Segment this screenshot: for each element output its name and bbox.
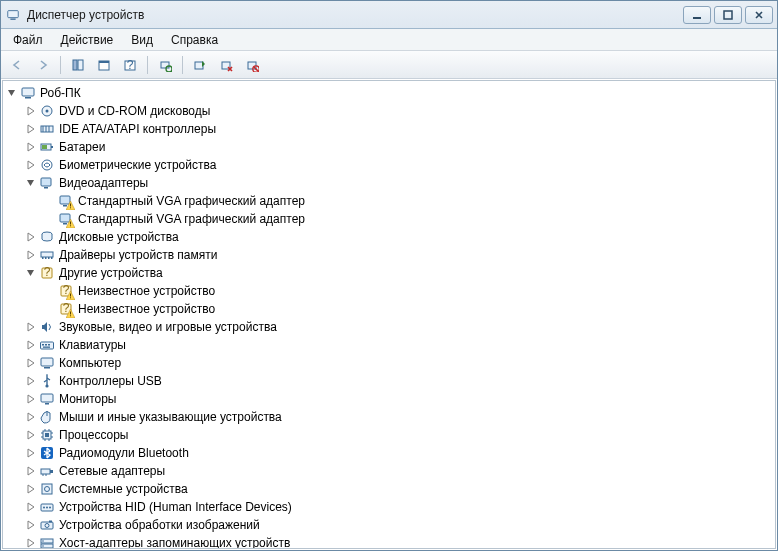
tree-item[interactable]: Мониторы [24,390,773,408]
tree-item[interactable]: Компьютер [24,354,773,372]
uninstall-button[interactable] [214,54,238,76]
expand-toggle[interactable] [24,428,38,442]
tree-item-label: Радиомодули Bluetooth [59,446,189,460]
svg-rect-57 [45,344,47,346]
expand-toggle[interactable] [24,392,38,406]
tree-item[interactable]: Клавиатуры [24,336,773,354]
svg-rect-30 [44,187,48,189]
biometric-icon [39,157,55,173]
menu-view[interactable]: Вид [123,31,161,49]
expand-toggle[interactable] [24,536,38,549]
sound-icon [39,319,55,335]
bluetooth-icon [39,445,55,461]
hid-icon [39,499,55,515]
svg-rect-42 [45,257,47,259]
monitor-icon [39,391,55,407]
minimize-button[interactable] [683,6,711,24]
expand-toggle[interactable] [24,248,38,262]
expand-toggle[interactable] [24,410,38,424]
tree-item[interactable]: Видеоадаптеры [24,174,773,192]
help-button[interactable]: ? [118,54,142,76]
svg-rect-27 [42,145,47,149]
tree-item[interactable]: Процессоры [24,426,773,444]
tree-item[interactable]: ?Другие устройства [24,264,773,282]
imaging-icon [39,517,55,533]
system-device-icon [39,481,55,497]
tree-item[interactable]: Стандартный VGA графический адаптер [43,210,773,228]
scan-hardware-button[interactable] [153,54,177,76]
tree-item[interactable]: ?Неизвестное устройство [43,300,773,318]
tree-item[interactable]: Радиомодули Bluetooth [24,444,773,462]
disable-button[interactable] [240,54,264,76]
tree-scroll[interactable]: Роб-ПКDVD и CD-ROM дисководыIDE ATA/ATAP… [2,80,776,549]
tree-item[interactable]: Биометрические устройства [24,156,773,174]
menu-action[interactable]: Действие [53,31,122,49]
tree-item[interactable]: Дисковые устройства [24,228,773,246]
tree-item[interactable]: Контроллеры USB [24,372,773,390]
tree-item[interactable]: ?Неизвестное устройство [43,282,773,300]
usb-icon [39,373,55,389]
expand-toggle[interactable] [24,356,38,370]
svg-rect-44 [51,257,53,259]
back-button[interactable] [5,54,29,76]
tree-item[interactable]: IDE ATA/ATAPI контроллеры [24,120,773,138]
tree-item-label: Биометрические устройства [59,158,216,172]
expand-toggle[interactable] [24,464,38,478]
tree-item-label: Стандартный VGA графический адаптер [78,212,305,226]
expand-toggle[interactable] [24,518,38,532]
svg-rect-1 [10,18,15,19]
cpu-icon [39,427,55,443]
collapse-toggle[interactable] [24,266,38,280]
warning-badge-icon [66,309,75,318]
svg-rect-5 [78,60,83,70]
svg-rect-67 [45,433,49,437]
tree-item[interactable]: Батареи [24,138,773,156]
update-driver-button[interactable] [188,54,212,76]
tree-item[interactable]: Сетевые адаптеры [24,462,773,480]
collapse-toggle[interactable] [5,86,19,100]
svg-rect-18 [25,97,31,99]
device-manager-window: Диспетчер устройств Файл Действие Вид Сп… [0,0,778,551]
expand-toggle[interactable] [24,140,38,154]
expand-toggle[interactable] [24,320,38,334]
collapse-toggle[interactable] [24,176,38,190]
expand-toggle[interactable] [24,338,38,352]
tree-item[interactable]: Системные устройства [24,480,773,498]
maximize-button[interactable] [714,6,742,24]
expand-toggle[interactable] [24,122,38,136]
tree-item[interactable]: Устройства HID (Human Interface Devices) [24,498,773,516]
show-hide-tree-button[interactable] [66,54,90,76]
menu-help[interactable]: Справка [163,31,226,49]
expand-toggle[interactable] [24,374,38,388]
svg-rect-0 [8,10,19,17]
svg-rect-7 [99,61,109,63]
tree-item[interactable]: DVD и CD-ROM дисководы [24,102,773,120]
svg-rect-50 [70,297,71,298]
expand-toggle[interactable] [24,158,38,172]
tree-item[interactable]: Устройства обработки изображений [24,516,773,534]
tree-item-label: Драйверы устройств памяти [59,248,217,262]
expand-toggle[interactable] [24,230,38,244]
tree-item-label: Неизвестное устройство [78,284,215,298]
tree-item-label: Контроллеры USB [59,374,162,388]
expand-toggle[interactable] [24,500,38,514]
tree-item-label: Устройства HID (Human Interface Devices) [59,500,292,514]
svg-rect-33 [70,204,71,207]
menu-file[interactable]: Файл [5,31,51,49]
tree-item[interactable]: Стандартный VGA графический адаптер [43,192,773,210]
unknown-device-icon: ? [58,301,74,317]
properties-button[interactable] [92,54,116,76]
titlebar: Диспетчер устройств [1,1,777,29]
keyboard-icon [39,337,55,353]
forward-button[interactable] [31,54,55,76]
tree-item[interactable]: Хост-адаптеры запоминающих устройств [24,534,773,549]
close-button[interactable] [745,6,773,24]
expand-toggle[interactable] [24,482,38,496]
tree-item-label: Клавиатуры [59,338,126,352]
expand-toggle[interactable] [24,104,38,118]
tree-item[interactable]: Драйверы устройств памяти [24,246,773,264]
expand-toggle[interactable] [24,446,38,460]
tree-item[interactable]: Звуковые, видео и игровые устройства [24,318,773,336]
tree-item[interactable]: Мыши и иные указывающие устройства [24,408,773,426]
tree-item[interactable]: Роб-ПК [5,84,773,102]
